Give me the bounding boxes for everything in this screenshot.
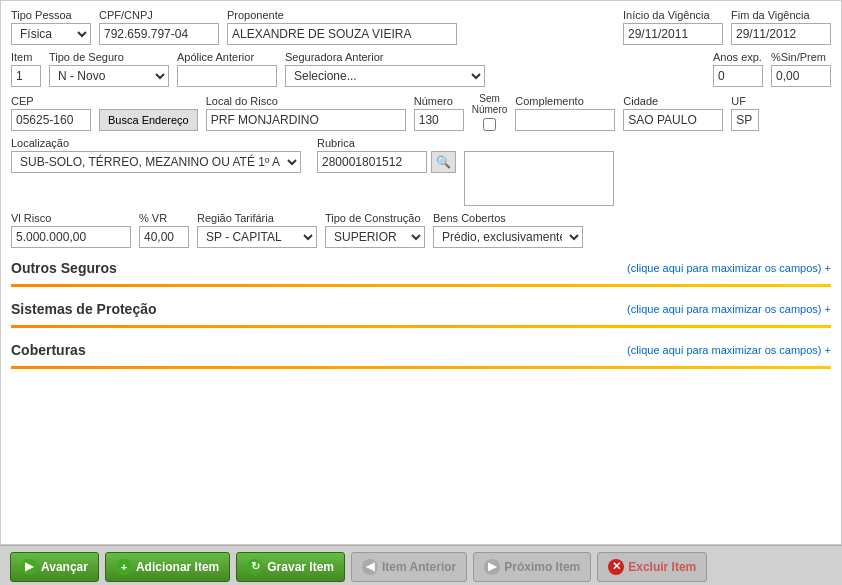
tipo-construcao-label: Tipo de Construção: [325, 212, 425, 224]
sistemas-protecao-title: Sistemas de Proteção: [11, 301, 157, 317]
outros-seguros-link[interactable]: (clique aqui para maximizar os campos) +: [627, 262, 831, 274]
busca-endereco-button[interactable]: Busca Endereço: [99, 109, 198, 131]
apolice-anterior-input[interactable]: [177, 65, 277, 87]
item-label: Item: [11, 51, 41, 63]
fim-vigencia-input[interactable]: 29/11/2012: [731, 23, 831, 45]
tipo-seguro-label: Tipo de Seguro: [49, 51, 169, 63]
tipo-construcao-select[interactable]: SUPERIOR: [325, 226, 425, 248]
cpf-cnpj-label: CPF/CNPJ: [99, 9, 219, 21]
coberturas-divider: [11, 366, 831, 369]
vl-risco-input[interactable]: 5.000.000,00: [11, 226, 131, 248]
complemento-input[interactable]: [515, 109, 615, 131]
bens-cobertos-label: Bens Cobertos: [433, 212, 583, 224]
local-risco-label: Local do Risco: [206, 95, 406, 107]
tipo-pessoa-label: Tipo Pessoa: [11, 9, 91, 21]
seguradora-anterior-label: Seguradora Anterior: [285, 51, 485, 63]
localizacao-select[interactable]: SUB-SOLO, TÉRREO, MEZANINO OU ATÉ 1º AND…: [11, 151, 301, 173]
adicionar-item-button[interactable]: + Adicionar Item: [105, 552, 230, 582]
rubrica-label: Rubrica: [317, 137, 614, 149]
gravar-item-icon: ↻: [247, 559, 263, 575]
pct-vr-label: % VR: [139, 212, 189, 224]
excluir-item-label: Excluir Item: [628, 560, 696, 574]
complemento-label: Complemento: [515, 95, 615, 107]
sistemas-protecao-link[interactable]: (clique aqui para maximizar os campos) +: [627, 303, 831, 315]
avancar-button[interactable]: ▶ Avançar: [10, 552, 99, 582]
local-risco-input[interactable]: PRF MONJARDINO: [206, 109, 406, 131]
excluir-item-button: ✕ Excluir Item: [597, 552, 707, 582]
regiao-tarifaria-label: Região Tarifária: [197, 212, 317, 224]
outros-seguros-divider: [11, 284, 831, 287]
inicio-vigencia-input[interactable]: 29/11/2011: [623, 23, 723, 45]
proximo-item-icon: ▶: [484, 559, 500, 575]
uf-label: UF: [731, 95, 759, 107]
gravar-item-label: Gravar Item: [267, 560, 334, 574]
avancar-icon: ▶: [21, 559, 37, 575]
numero-label: Número: [414, 95, 464, 107]
anos-exp-input[interactable]: 0: [713, 65, 763, 87]
localizacao-label: Localização: [11, 137, 301, 149]
rubrica-input[interactable]: 280001801512: [317, 151, 427, 173]
cidade-label: Cidade: [623, 95, 723, 107]
sem-numero-label: SemNúmero: [472, 93, 508, 115]
proponente-input[interactable]: ALEXANDRE DE SOUZA VIEIRA: [227, 23, 457, 45]
cep-input[interactable]: 05625-160: [11, 109, 91, 131]
item-anterior-button: ◀ Item Anterior: [351, 552, 467, 582]
regiao-tarifaria-select[interactable]: SP - CAPITAL: [197, 226, 317, 248]
seguradora-anterior-select[interactable]: Selecione...: [285, 65, 485, 87]
tipo-pessoa-select[interactable]: Física Jurídica: [11, 23, 91, 45]
coberturas-title: Coberturas: [11, 342, 86, 358]
rubrica-search-icon: 🔍: [436, 155, 451, 169]
proponente-label: Proponente: [227, 9, 457, 21]
tipo-seguro-select[interactable]: N - Novo R - Renovação: [49, 65, 169, 87]
numero-input[interactable]: 130: [414, 109, 464, 131]
item-input[interactable]: 1: [11, 65, 41, 87]
item-anterior-label: Item Anterior: [382, 560, 456, 574]
pct-sin-prem-label: %Sin/Prem: [771, 51, 831, 63]
inicio-vigencia-label: Início da Vigência: [623, 9, 723, 21]
cpf-cnpj-input[interactable]: 792.659.797-04: [99, 23, 219, 45]
vl-risco-label: Vl Risco: [11, 212, 131, 224]
proximo-item-label: Próximo Item: [504, 560, 580, 574]
avancar-label: Avançar: [41, 560, 88, 574]
cep-label: CEP: [11, 95, 91, 107]
apolice-anterior-label: Apólice Anterior: [177, 51, 277, 63]
coberturas-link[interactable]: (clique aqui para maximizar os campos) +: [627, 344, 831, 356]
sem-numero-checkbox[interactable]: [483, 118, 496, 131]
bens-cobertos-select[interactable]: Prédio, exclusivamente: [433, 226, 583, 248]
rubrica-textarea[interactable]: [464, 151, 614, 206]
fim-vigencia-label: Fim da Vigência: [731, 9, 831, 21]
sistemas-protecao-divider: [11, 325, 831, 328]
proximo-item-button: ▶ Próximo Item: [473, 552, 591, 582]
adicionar-item-label: Adicionar Item: [136, 560, 219, 574]
gravar-item-button[interactable]: ↻ Gravar Item: [236, 552, 345, 582]
adicionar-item-icon: +: [116, 559, 132, 575]
item-anterior-icon: ◀: [362, 559, 378, 575]
cidade-input[interactable]: SAO PAULO: [623, 109, 723, 131]
footer: ▶ Avançar + Adicionar Item ↻ Gravar Item…: [0, 545, 842, 585]
pct-vr-input[interactable]: 40,00: [139, 226, 189, 248]
anos-exp-label: Anos exp.: [713, 51, 763, 63]
uf-input[interactable]: SP: [731, 109, 759, 131]
outros-seguros-title: Outros Seguros: [11, 260, 117, 276]
excluir-item-icon: ✕: [608, 559, 624, 575]
pct-sin-prem-input[interactable]: 0,00: [771, 65, 831, 87]
rubrica-search-button[interactable]: 🔍: [431, 151, 456, 173]
